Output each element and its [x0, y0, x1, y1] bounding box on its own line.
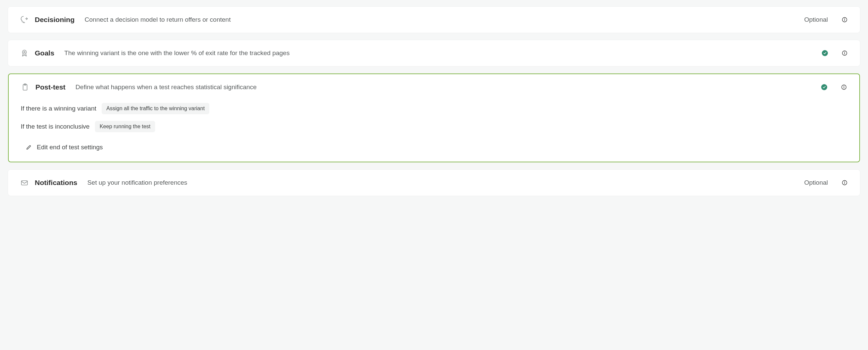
- envelope-icon: [20, 178, 29, 187]
- notifications-desc: Set up your notification preferences: [87, 179, 798, 186]
- post-test-right: [821, 84, 847, 91]
- inconclusive-row: If the test is inconclusive Keep running…: [21, 121, 847, 132]
- svg-point-12: [844, 86, 844, 86]
- decisioning-right: Optional: [804, 16, 848, 23]
- post-test-body: If there is a winning variant Assign all…: [9, 100, 859, 162]
- goals-card: Goals The winning variant is the one wit…: [8, 40, 860, 66]
- decisioning-card: Decisioning Connect a decision model to …: [8, 7, 860, 33]
- notifications-card: Notifications Set up your notification p…: [8, 170, 860, 196]
- check-icon: [821, 84, 827, 90]
- decisioning-icon: [20, 15, 29, 24]
- svg-point-4: [24, 51, 25, 53]
- svg-rect-13: [22, 181, 27, 185]
- info-icon[interactable]: [841, 16, 848, 23]
- post-test-header[interactable]: Post-test Define what happens when a tes…: [9, 74, 859, 100]
- edit-settings-button[interactable]: Edit end of test settings: [25, 144, 103, 151]
- decisioning-desc: Connect a decision model to return offer…: [85, 16, 798, 23]
- winning-variant-label: If there is a winning variant: [21, 105, 96, 112]
- optional-label: Optional: [804, 179, 828, 186]
- goals-right: [822, 50, 848, 57]
- info-icon[interactable]: [841, 84, 847, 91]
- notifications-right: Optional: [804, 179, 848, 186]
- svg-point-7: [845, 52, 845, 53]
- info-icon[interactable]: [841, 50, 848, 57]
- inconclusive-value: Keep running the test: [95, 121, 155, 132]
- svg-point-2: [845, 19, 845, 19]
- decisioning-title: Decisioning: [35, 16, 74, 24]
- inconclusive-label: If the test is inconclusive: [21, 123, 90, 130]
- pencil-icon: [25, 144, 32, 151]
- notifications-header[interactable]: Notifications Set up your notification p…: [8, 170, 860, 196]
- goals-title: Goals: [35, 49, 54, 57]
- clipboard-icon: [21, 83, 29, 92]
- check-icon: [822, 50, 828, 56]
- svg-point-16: [845, 182, 845, 182]
- decisioning-header[interactable]: Decisioning Connect a decision model to …: [8, 7, 860, 33]
- goals-icon: [20, 49, 29, 58]
- goals-desc: The winning variant is the one with the …: [64, 49, 816, 57]
- winning-variant-value: Assign all the traffic to the winning va…: [102, 103, 209, 114]
- notifications-title: Notifications: [35, 179, 77, 187]
- edit-settings-label: Edit end of test settings: [37, 144, 103, 151]
- post-test-desc: Define what happens when a test reaches …: [75, 83, 815, 91]
- info-icon[interactable]: [841, 179, 848, 186]
- post-test-title: Post-test: [35, 83, 65, 91]
- optional-label: Optional: [804, 16, 828, 23]
- svg-point-3: [22, 50, 26, 54]
- goals-header[interactable]: Goals The winning variant is the one wit…: [8, 40, 860, 66]
- winning-variant-row: If there is a winning variant Assign all…: [21, 103, 847, 114]
- post-test-card: Post-test Define what happens when a tes…: [8, 73, 860, 162]
